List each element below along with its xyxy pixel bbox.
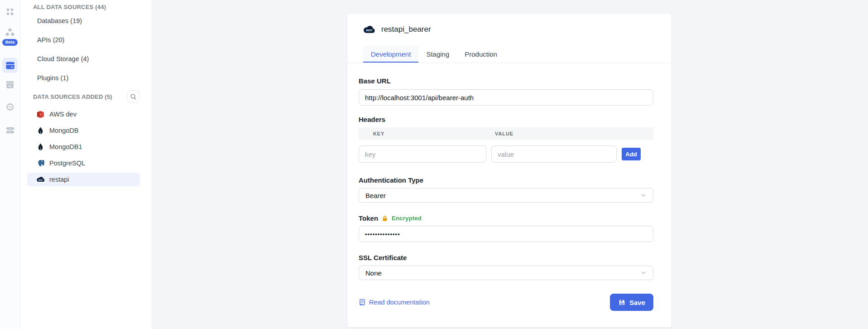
read-documentation-label: Read documentation (369, 299, 430, 306)
token-label-row: Token Encrypted (359, 214, 653, 222)
lock-icon (382, 215, 388, 222)
ssl-certificate-select[interactable]: None (359, 266, 653, 280)
tab-production[interactable]: Production (457, 46, 505, 63)
ssl-certificate-label: SSL Certificate (359, 254, 653, 261)
source-item-mongodb[interactable]: MongoDB (27, 124, 140, 137)
added-sources-header: DATA SOURCES ADDED (5) (33, 93, 112, 100)
server-stack-icon (5, 126, 15, 135)
rest-api-cloud-icon: REST (363, 25, 375, 34)
aws-icon (36, 110, 45, 119)
nav-rail: Beta ⚙ (0, 0, 20, 329)
datasource-config-panel: REST restapi_bearer Development Staging … (347, 13, 672, 328)
source-item-postgresql[interactable]: PostgreSQL (27, 156, 140, 170)
settings-gear-icon[interactable]: ⚙ (2, 99, 18, 115)
base-url-input[interactable] (359, 89, 653, 106)
token-label: Token (359, 214, 378, 222)
rest-api-cloud-icon: REST (36, 175, 45, 184)
source-label: restapi (49, 176, 69, 183)
chevron-down-icon (640, 192, 647, 198)
gear-glyph: ⚙ (5, 102, 15, 112)
headers-table-header: KEY VALUE (359, 127, 653, 140)
marketplace-icon[interactable] (2, 79, 18, 91)
ssl-certificate-value: None (365, 269, 382, 277)
all-data-sources-header: ALL DATA SOURCES (44) (20, 4, 152, 10)
workflows-icon[interactable] (2, 27, 18, 38)
save-button[interactable]: Save (610, 294, 653, 311)
auth-type-select[interactable]: Bearer (359, 188, 653, 203)
added-sources-header-row: DATA SOURCES ADDED (5) (20, 88, 152, 105)
read-documentation-link[interactable]: Read documentation (359, 299, 430, 306)
source-item-restapi[interactable]: REST restapi (27, 173, 140, 186)
header-input-row: Add (359, 145, 653, 163)
tab-development[interactable]: Development (363, 46, 418, 63)
datasource-sidebar: ALL DATA SOURCES (44) Databases (19) API… (20, 0, 152, 329)
mongodb-leaf-icon (36, 143, 45, 151)
panel-footer: Read documentation Save (359, 294, 653, 311)
apps-grid-icon (5, 7, 15, 17)
added-source-list: AWS dev MongoDB MongoDB1 (20, 107, 152, 186)
storefront-icon (5, 80, 15, 90)
sidebar-item-databases[interactable]: Databases (19) (20, 11, 152, 30)
key-column-header: KEY (359, 131, 491, 136)
base-url-label: Base URL (359, 77, 653, 85)
postgresql-elephant-icon (36, 159, 45, 168)
sidebar-item-apis[interactable]: APIs (20) (20, 30, 152, 49)
source-label: PostgreSQL (49, 160, 85, 167)
headers-label: Headers (359, 116, 653, 123)
svg-text:REST: REST (366, 29, 373, 32)
drawer-icon (5, 61, 15, 70)
svg-text:REST: REST (38, 179, 43, 181)
token-input[interactable] (359, 226, 653, 242)
save-button-label: Save (629, 299, 645, 306)
config-form: Base URL Headers KEY VALUE Add Authentic… (347, 77, 671, 311)
sidebar-item-plugins[interactable]: Plugins (1) (20, 68, 152, 87)
save-floppy-icon (618, 299, 626, 306)
workflows-dots-icon (5, 28, 15, 37)
source-label: AWS dev (49, 111, 77, 118)
mongodb-leaf-icon (36, 126, 45, 135)
search-icon (130, 93, 137, 100)
encrypted-badge: Encrypted (392, 215, 422, 222)
header-value-input[interactable] (491, 145, 617, 163)
source-item-aws-dev[interactable]: AWS dev (27, 107, 140, 121)
app-root: Beta ⚙ (0, 0, 868, 329)
beta-badge: Beta (2, 39, 18, 46)
tab-staging[interactable]: Staging (418, 46, 457, 63)
value-column-header: VALUE (491, 131, 513, 136)
apps-icon[interactable] (2, 4, 18, 19)
sidebar-item-cloud-storage[interactable]: Cloud Storage (4) (20, 49, 152, 68)
source-item-mongodb1[interactable]: MongoDB1 (27, 140, 140, 154)
chevron-down-icon (640, 270, 647, 276)
auth-type-value: Bearer (365, 192, 386, 199)
environment-tabs: Development Staging Production (347, 46, 671, 63)
source-label: MongoDB (49, 127, 78, 134)
add-header-button[interactable]: Add (622, 148, 641, 160)
auth-type-label: Authentication Type (359, 176, 653, 184)
source-label: MongoDB1 (49, 143, 82, 150)
header-key-input[interactable] (359, 145, 486, 163)
audit-logs-icon[interactable] (2, 122, 18, 138)
data-sources-nav-icon[interactable] (2, 58, 18, 73)
search-button[interactable] (127, 90, 139, 103)
panel-header: REST restapi_bearer (347, 14, 671, 34)
main-area: REST restapi_bearer Development Staging … (152, 0, 868, 329)
page-title: restapi_bearer (381, 25, 431, 34)
documentation-icon (359, 299, 366, 306)
category-list: Databases (19) APIs (20) Cloud Storage (… (20, 11, 152, 87)
